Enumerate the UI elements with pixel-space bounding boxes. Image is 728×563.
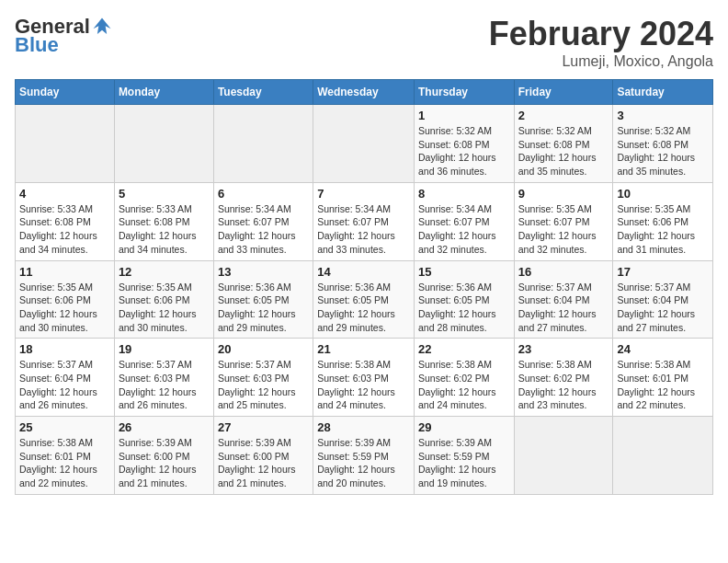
day-info: Sunrise: 5:34 AM Sunset: 6:07 PM Dayligh… [418, 202, 510, 257]
day-number: 20 [218, 342, 309, 356]
table-cell: 5Sunrise: 5:33 AM Sunset: 6:08 PM Daylig… [114, 182, 213, 260]
table-cell: 4Sunrise: 5:33 AM Sunset: 6:08 PM Daylig… [16, 182, 115, 260]
table-cell: 29Sunrise: 5:39 AM Sunset: 5:59 PM Dayli… [414, 417, 514, 495]
table-cell: 14Sunrise: 5:36 AM Sunset: 6:05 PM Dayli… [313, 260, 415, 339]
day-number: 18 [19, 342, 110, 356]
table-cell: 27Sunrise: 5:39 AM Sunset: 6:00 PM Dayli… [213, 417, 313, 495]
day-number: 7 [317, 187, 410, 201]
day-number: 15 [418, 265, 510, 279]
day-info: Sunrise: 5:36 AM Sunset: 6:05 PM Dayligh… [218, 281, 309, 335]
table-cell [16, 105, 115, 183]
day-number: 22 [418, 342, 510, 356]
day-info: Sunrise: 5:35 AM Sunset: 6:06 PM Dayligh… [119, 281, 210, 335]
day-info: Sunrise: 5:32 AM Sunset: 6:08 PM Dayligh… [418, 124, 510, 178]
day-info: Sunrise: 5:32 AM Sunset: 6:08 PM Dayligh… [617, 124, 709, 178]
calendar-header-row: Sunday Monday Tuesday Wednesday Thursday… [16, 80, 713, 105]
table-cell: 19Sunrise: 5:37 AM Sunset: 6:03 PM Dayli… [114, 339, 213, 417]
day-info: Sunrise: 5:37 AM Sunset: 6:03 PM Dayligh… [119, 358, 210, 412]
day-number: 17 [617, 265, 709, 279]
day-number: 3 [617, 109, 709, 122]
table-cell: 17Sunrise: 5:37 AM Sunset: 6:04 PM Dayli… [613, 260, 713, 339]
day-number: 9 [518, 187, 609, 201]
page-header: General Blue February 2024 Lumeji, Moxic… [15, 15, 713, 70]
table-cell: 20Sunrise: 5:37 AM Sunset: 6:03 PM Dayli… [213, 339, 313, 417]
table-cell: 10Sunrise: 5:35 AM Sunset: 6:06 PM Dayli… [613, 182, 713, 260]
day-info: Sunrise: 5:38 AM Sunset: 6:03 PM Dayligh… [317, 358, 410, 412]
table-cell: 21Sunrise: 5:38 AM Sunset: 6:03 PM Dayli… [313, 339, 415, 417]
table-cell: 9Sunrise: 5:35 AM Sunset: 6:07 PM Daylig… [514, 182, 613, 260]
day-info: Sunrise: 5:38 AM Sunset: 6:01 PM Dayligh… [19, 436, 110, 490]
table-cell: 28Sunrise: 5:39 AM Sunset: 5:59 PM Dayli… [313, 417, 415, 495]
table-cell: 18Sunrise: 5:37 AM Sunset: 6:04 PM Dayli… [16, 339, 115, 417]
week-row-5: 25Sunrise: 5:38 AM Sunset: 6:01 PM Dayli… [16, 417, 713, 495]
day-number: 19 [119, 342, 210, 356]
day-number: 21 [317, 342, 410, 356]
col-saturday: Saturday [613, 80, 713, 105]
day-number: 5 [119, 187, 210, 201]
day-info: Sunrise: 5:33 AM Sunset: 6:08 PM Dayligh… [19, 202, 110, 257]
day-info: Sunrise: 5:39 AM Sunset: 5:59 PM Dayligh… [418, 436, 510, 490]
day-number: 6 [218, 187, 309, 201]
day-number: 12 [119, 265, 210, 279]
table-cell: 22Sunrise: 5:38 AM Sunset: 6:02 PM Dayli… [414, 339, 514, 417]
day-info: Sunrise: 5:39 AM Sunset: 6:00 PM Dayligh… [218, 436, 309, 490]
day-number: 24 [617, 342, 709, 356]
table-cell: 2Sunrise: 5:32 AM Sunset: 6:08 PM Daylig… [514, 105, 613, 183]
table-cell: 26Sunrise: 5:39 AM Sunset: 6:00 PM Dayli… [114, 417, 213, 495]
day-number: 16 [518, 265, 609, 279]
table-cell: 8Sunrise: 5:34 AM Sunset: 6:07 PM Daylig… [414, 182, 514, 260]
col-monday: Monday [114, 80, 213, 105]
calendar-table: Sunday Monday Tuesday Wednesday Thursday… [15, 79, 713, 495]
day-info: Sunrise: 5:38 AM Sunset: 6:02 PM Dayligh… [418, 358, 510, 412]
table-cell: 23Sunrise: 5:38 AM Sunset: 6:02 PM Dayli… [514, 339, 613, 417]
day-number: 11 [19, 265, 110, 279]
table-cell [313, 105, 415, 183]
table-cell [613, 417, 713, 495]
week-row-1: 1Sunrise: 5:32 AM Sunset: 6:08 PM Daylig… [16, 105, 713, 183]
day-number: 28 [317, 420, 410, 434]
day-number: 23 [518, 342, 609, 356]
day-info: Sunrise: 5:36 AM Sunset: 6:05 PM Dayligh… [317, 281, 410, 335]
week-row-3: 11Sunrise: 5:35 AM Sunset: 6:06 PM Dayli… [16, 260, 713, 339]
day-number: 8 [418, 187, 510, 201]
day-info: Sunrise: 5:37 AM Sunset: 6:04 PM Dayligh… [19, 358, 110, 412]
day-number: 27 [218, 420, 309, 434]
day-info: Sunrise: 5:38 AM Sunset: 6:01 PM Dayligh… [617, 358, 709, 412]
table-cell: 16Sunrise: 5:37 AM Sunset: 6:04 PM Dayli… [514, 260, 613, 339]
table-cell: 15Sunrise: 5:36 AM Sunset: 6:05 PM Dayli… [414, 260, 514, 339]
table-cell [114, 105, 213, 183]
table-cell: 1Sunrise: 5:32 AM Sunset: 6:08 PM Daylig… [414, 105, 514, 183]
day-info: Sunrise: 5:35 AM Sunset: 6:06 PM Dayligh… [617, 202, 709, 257]
table-cell: 13Sunrise: 5:36 AM Sunset: 6:05 PM Dayli… [213, 260, 313, 339]
day-info: Sunrise: 5:32 AM Sunset: 6:08 PM Dayligh… [518, 124, 609, 178]
logo-blue-text: Blue [15, 33, 59, 57]
day-info: Sunrise: 5:34 AM Sunset: 6:07 PM Dayligh… [218, 202, 309, 257]
day-info: Sunrise: 5:34 AM Sunset: 6:07 PM Dayligh… [317, 202, 410, 257]
day-number: 10 [617, 187, 709, 201]
table-cell: 24Sunrise: 5:38 AM Sunset: 6:01 PM Dayli… [613, 339, 713, 417]
logo-bird-icon [92, 17, 112, 37]
table-cell [213, 105, 313, 183]
col-tuesday: Tuesday [213, 80, 313, 105]
day-number: 4 [19, 187, 110, 201]
logo: General Blue [15, 15, 112, 57]
week-row-2: 4Sunrise: 5:33 AM Sunset: 6:08 PM Daylig… [16, 182, 713, 260]
day-info: Sunrise: 5:33 AM Sunset: 6:08 PM Dayligh… [119, 202, 210, 257]
title-area: February 2024 Lumeji, Moxico, Angola [489, 15, 713, 70]
calendar-subtitle: Lumeji, Moxico, Angola [489, 53, 713, 70]
day-info: Sunrise: 5:35 AM Sunset: 6:07 PM Dayligh… [518, 202, 609, 257]
day-info: Sunrise: 5:38 AM Sunset: 6:02 PM Dayligh… [518, 358, 609, 412]
col-thursday: Thursday [414, 80, 514, 105]
day-info: Sunrise: 5:37 AM Sunset: 6:04 PM Dayligh… [617, 281, 709, 335]
table-cell: 3Sunrise: 5:32 AM Sunset: 6:08 PM Daylig… [613, 105, 713, 183]
col-wednesday: Wednesday [313, 80, 415, 105]
table-cell: 25Sunrise: 5:38 AM Sunset: 6:01 PM Dayli… [16, 417, 115, 495]
day-info: Sunrise: 5:35 AM Sunset: 6:06 PM Dayligh… [19, 281, 110, 335]
day-info: Sunrise: 5:36 AM Sunset: 6:05 PM Dayligh… [418, 281, 510, 335]
table-cell [514, 417, 613, 495]
day-info: Sunrise: 5:37 AM Sunset: 6:04 PM Dayligh… [518, 281, 609, 335]
day-number: 29 [418, 420, 510, 434]
calendar-title: February 2024 [489, 15, 713, 53]
svg-marker-0 [93, 17, 110, 34]
table-cell: 7Sunrise: 5:34 AM Sunset: 6:07 PM Daylig… [313, 182, 415, 260]
